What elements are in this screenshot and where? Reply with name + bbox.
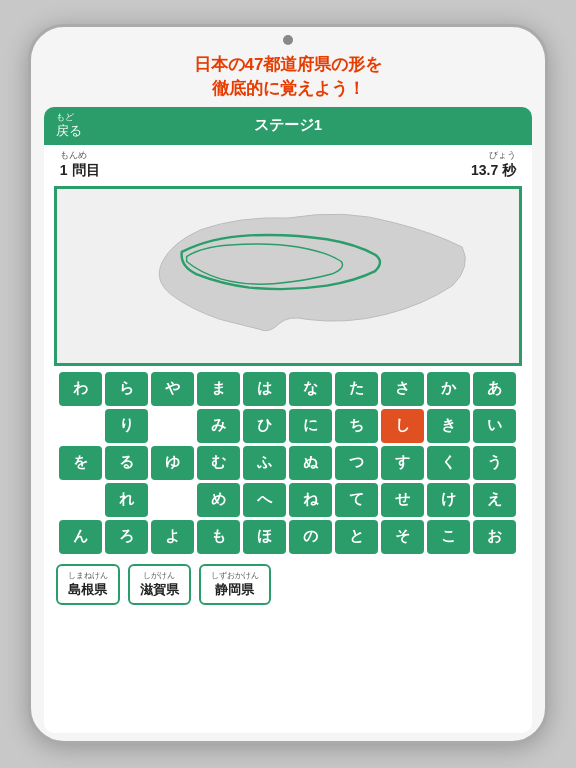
app-title: 日本の47都道府県の形を 徹底的に覚えよう！ [41, 53, 535, 101]
keyboard-key[interactable]: え [473, 483, 516, 517]
keyboard-key[interactable]: と [335, 520, 378, 554]
keyboard-key[interactable]: た [335, 372, 378, 406]
keyboard-key[interactable]: ん [59, 520, 102, 554]
keyboard-key[interactable]: ま [197, 372, 240, 406]
keyboard-key[interactable]: む [197, 446, 240, 480]
keyboard-key[interactable]: る [105, 446, 148, 480]
keyboard-key[interactable]: つ [335, 446, 378, 480]
keyboard-key[interactable]: ぬ [289, 446, 332, 480]
keyboard-key[interactable]: け [427, 483, 470, 517]
keyboard-key[interactable]: か [427, 372, 470, 406]
answer-button[interactable]: しずおかけん静岡県 [199, 564, 271, 605]
answer-label: 島根県 [68, 581, 107, 599]
keyboard-key[interactable]: そ [381, 520, 424, 554]
keyboard-key[interactable]: ち [335, 409, 378, 443]
keyboard-key[interactable]: み [197, 409, 240, 443]
keyboard-key[interactable]: ほ [243, 520, 286, 554]
question-stat: もんめ 1 問目 [60, 149, 100, 180]
keyboard-key[interactable]: も [197, 520, 240, 554]
keyboard-key[interactable]: や [151, 372, 194, 406]
camera [283, 35, 293, 45]
keyboard-key [151, 483, 194, 517]
keyboard-key[interactable]: あ [473, 372, 516, 406]
keyboard-key[interactable]: ゆ [151, 446, 194, 480]
stage-title: ステージ1 [254, 116, 322, 135]
keyboard-key[interactable]: し [381, 409, 424, 443]
answer-button[interactable]: しがけん滋賀県 [128, 564, 191, 605]
keyboard-row: をるゆむふぬつすくう [52, 446, 524, 480]
keyboard-key[interactable]: ひ [243, 409, 286, 443]
map-area [54, 186, 522, 366]
keyboard-key[interactable]: い [473, 409, 516, 443]
keyboard-key[interactable]: ね [289, 483, 332, 517]
title-area: 日本の47都道府県の形を 徹底的に覚えよう！ [31, 49, 545, 107]
keyboard-area: わらやまはなたさかありみひにちしきいをるゆむふぬつすくうれめへねてせけえんろよも… [44, 372, 532, 558]
back-button[interactable]: もど 戻る [56, 112, 82, 138]
keyboard-key[interactable]: う [473, 446, 516, 480]
keyboard-key[interactable]: な [289, 372, 332, 406]
keyboard-key[interactable]: に [289, 409, 332, 443]
keyboard-key[interactable]: よ [151, 520, 194, 554]
answer-ruby: しずおかけん [211, 570, 259, 581]
nav-bar: もど 戻る ステージ1 [44, 107, 532, 145]
keyboard-key[interactable]: の [289, 520, 332, 554]
keyboard-key [151, 409, 194, 443]
answer-ruby: しまねけん [68, 570, 108, 581]
keyboard-row: りみひにちしきい [52, 409, 524, 443]
keyboard-key[interactable]: せ [381, 483, 424, 517]
app-screen: もど 戻る ステージ1 もんめ 1 問目 びょう 13.7 秒 [44, 107, 532, 733]
keyboard-key[interactable]: こ [427, 520, 470, 554]
answer-button[interactable]: しまねけん島根県 [56, 564, 120, 605]
keyboard-key[interactable]: き [427, 409, 470, 443]
answer-ruby: しがけん [143, 570, 175, 581]
answer-label: 静岡県 [215, 581, 254, 599]
answers-area: しまねけん島根県しがけん滋賀県しずおかけん静岡県 [44, 558, 532, 613]
keyboard-row: んろよもほのとそこお [52, 520, 524, 554]
keyboard-key[interactable]: わ [59, 372, 102, 406]
keyboard-row: わらやまはなたさかあ [52, 372, 524, 406]
keyboard-key [59, 483, 102, 517]
keyboard-key[interactable]: は [243, 372, 286, 406]
map-svg [57, 189, 519, 363]
device-frame: 日本の47都道府県の形を 徹底的に覚えよう！ もど 戻る ステージ1 もんめ 1… [28, 24, 548, 744]
device-top [31, 27, 545, 49]
keyboard-key[interactable]: り [105, 409, 148, 443]
keyboard-key[interactable]: ら [105, 372, 148, 406]
keyboard-key[interactable]: て [335, 483, 378, 517]
stats-bar: もんめ 1 問目 びょう 13.7 秒 [44, 145, 532, 182]
answer-label: 滋賀県 [140, 581, 179, 599]
keyboard-key [59, 409, 102, 443]
keyboard-key[interactable]: を [59, 446, 102, 480]
keyboard-key[interactable]: め [197, 483, 240, 517]
keyboard-key[interactable]: れ [105, 483, 148, 517]
keyboard-key[interactable]: さ [381, 372, 424, 406]
keyboard-key[interactable]: へ [243, 483, 286, 517]
keyboard-key[interactable]: ろ [105, 520, 148, 554]
time-stat: びょう 13.7 秒 [471, 149, 516, 180]
keyboard-key[interactable]: す [381, 446, 424, 480]
keyboard-row: れめへねてせけえ [52, 483, 524, 517]
keyboard-key[interactable]: お [473, 520, 516, 554]
keyboard-key[interactable]: く [427, 446, 470, 480]
keyboard-key[interactable]: ふ [243, 446, 286, 480]
